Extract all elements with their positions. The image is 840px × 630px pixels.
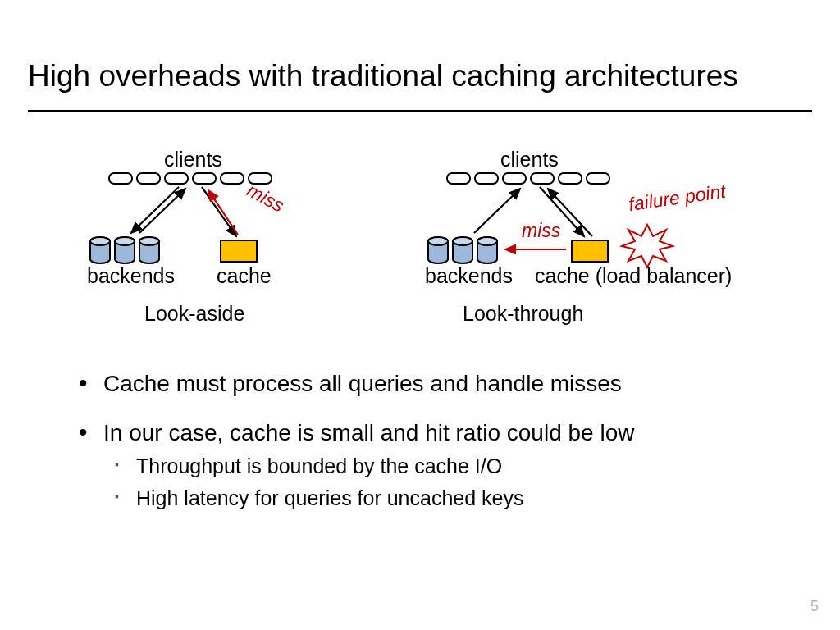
- left-backends-label: backends: [87, 264, 175, 288]
- bullet-list: Cache must process all queries and handl…: [74, 371, 788, 533]
- right-miss-label: miss: [522, 220, 560, 242]
- svg-line-17: [474, 189, 520, 233]
- backend-cylinder-icon: [476, 236, 499, 264]
- left-backend-row: [89, 236, 161, 264]
- client-box: [530, 172, 555, 185]
- client-box: [586, 172, 610, 185]
- left-cache-box: [220, 240, 258, 262]
- bullet-item: In our case, cache is small and hit rati…: [74, 420, 788, 510]
- client-box: [220, 172, 244, 185]
- backend-cylinder-icon: [113, 236, 136, 264]
- starburst-icon: [619, 221, 676, 271]
- bullet-text: In our case, cache is small and hit rati…: [103, 420, 634, 445]
- svg-line-7: [139, 189, 185, 233]
- right-backend-row: [427, 236, 499, 264]
- diagram-area: clients backends cache Look-aside miss: [0, 139, 840, 353]
- client-box: [474, 172, 499, 185]
- right-caption: Look-through: [463, 302, 583, 326]
- svg-point-3: [115, 237, 135, 245]
- left-miss-label: miss: [243, 179, 287, 217]
- client-box: [502, 172, 527, 185]
- sub-bullet-item: High latency for queries for uncached ke…: [74, 486, 788, 510]
- right-client-row: [446, 172, 610, 185]
- right-cache-label: cache (load balancer): [535, 264, 732, 288]
- client-box: [192, 172, 217, 185]
- right-cache-box: [571, 240, 609, 262]
- svg-line-9: [208, 190, 238, 235]
- page-number: 5: [810, 598, 819, 615]
- slide-title: High overheads with traditional caching …: [28, 59, 738, 94]
- backend-cylinder-icon: [427, 236, 450, 264]
- svg-marker-16: [622, 225, 673, 267]
- svg-point-5: [139, 237, 159, 245]
- left-client-row: [108, 172, 272, 185]
- client-box: [108, 172, 133, 185]
- client-box: [558, 172, 582, 185]
- right-backends-label: backends: [425, 264, 513, 288]
- backend-cylinder-icon: [138, 236, 161, 264]
- svg-point-11: [428, 237, 448, 245]
- left-cache-label: cache: [217, 264, 272, 288]
- backend-cylinder-icon: [451, 236, 474, 264]
- svg-line-6: [131, 187, 179, 233]
- left-caption: Look-aside: [144, 302, 244, 326]
- svg-point-15: [477, 237, 497, 245]
- backend-cylinder-icon: [89, 236, 112, 264]
- right-clients-label: clients: [500, 148, 559, 171]
- svg-line-8: [202, 187, 236, 236]
- bullet-item: Cache must process all queries and handl…: [74, 371, 788, 397]
- title-underline: [28, 110, 812, 112]
- sub-bullet-item: Throughput is bounded by the cache I/O: [74, 454, 788, 478]
- left-clients-label: clients: [164, 148, 222, 171]
- failure-point-label: failure point: [628, 180, 728, 216]
- client-box: [136, 172, 161, 185]
- svg-point-1: [90, 237, 110, 245]
- client-box: [446, 172, 471, 185]
- svg-point-13: [453, 237, 472, 245]
- client-box: [164, 172, 189, 185]
